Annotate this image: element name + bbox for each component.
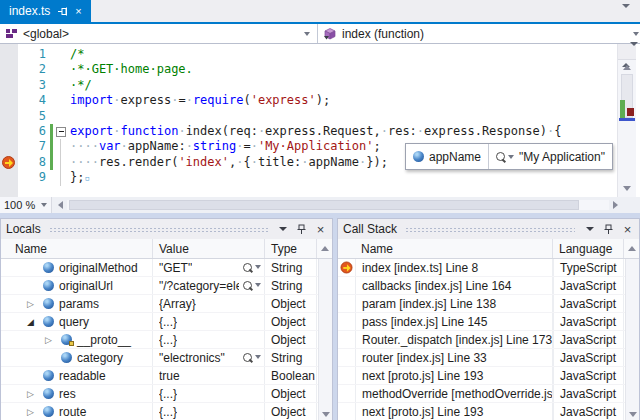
- tab-title: index.ts: [9, 4, 50, 18]
- callstack-row[interactable]: Router._dispatch [index.js] Line 173Java…: [338, 331, 639, 349]
- callstack-vertical-scrollbar[interactable]: [625, 259, 639, 420]
- column-header-name[interactable]: Name: [338, 239, 553, 258]
- scroll-up-arrow-icon[interactable]: [623, 65, 631, 70]
- variable-type: Object: [265, 313, 317, 330]
- variable-orb-icon: [413, 151, 424, 162]
- editor-vertical-scrollbar[interactable]: [617, 44, 636, 197]
- scope-dropdown[interactable]: <global>: [0, 24, 318, 43]
- tab-index-ts[interactable]: index.ts ×: [0, 0, 91, 22]
- scroll-down-arrow-icon[interactable]: [322, 412, 330, 417]
- variable-value-cell: "/?category=electronics": [153, 277, 265, 294]
- variable-value: "/?category=electronics": [159, 279, 239, 293]
- scrollbar-thumb[interactable]: [69, 200, 579, 210]
- callstack-grid[interactable]: index [index.ts] Line 8TypeScriptcallbac…: [338, 259, 639, 420]
- change-bar: [50, 109, 53, 124]
- close-icon[interactable]: ×: [75, 6, 81, 17]
- locals-row[interactable]: route{...}Object: [1, 403, 332, 420]
- expander-icon[interactable]: [27, 407, 43, 417]
- column-header-type[interactable]: Type: [265, 239, 317, 258]
- change-bar: [50, 78, 53, 93]
- scroll-down-arrow-icon[interactable]: [629, 412, 637, 417]
- line-number: 6: [18, 124, 46, 139]
- variable-name: originalUrl: [59, 279, 113, 293]
- close-icon[interactable]: [621, 223, 634, 236]
- code-editor[interactable]: 1/*2·*·GET·home·page.3·*/4import·express…: [0, 44, 640, 197]
- variable-value: {Array}: [159, 297, 196, 311]
- expander-icon[interactable]: [45, 335, 61, 345]
- code-line[interactable]: 3·*/: [0, 78, 618, 93]
- magnifier-icon[interactable]: [496, 152, 514, 161]
- code-line[interactable]: 9};▫: [0, 170, 618, 185]
- column-header-value[interactable]: Value: [153, 239, 265, 258]
- locals-row[interactable]: params{Array}Object: [1, 295, 332, 313]
- expander-icon[interactable]: [27, 317, 43, 327]
- scroll-up-arrow-icon[interactable]: [624, 239, 639, 258]
- frame-name: index [index.ts] Line 8: [356, 259, 553, 276]
- editor-horizontal-scrollbar[interactable]: [67, 200, 609, 210]
- close-icon[interactable]: [314, 223, 327, 236]
- locals-vertical-scrollbar[interactable]: [318, 259, 332, 420]
- scroll-left-arrow-icon[interactable]: [58, 201, 63, 209]
- callstack-row[interactable]: router [index.js] Line 33JavaScript: [338, 349, 639, 367]
- locals-row[interactable]: originalUrl"/?category=electronics"Strin…: [1, 277, 332, 295]
- magnifier-icon[interactable]: [243, 281, 261, 290]
- code-line[interactable]: 4import·express·=·require('express');: [0, 93, 618, 108]
- locals-grid[interactable]: originalMethod"GET"StringoriginalUrl"/?c…: [1, 259, 332, 420]
- fold-collapse-icon[interactable]: [55, 124, 68, 139]
- pin-icon[interactable]: [57, 6, 68, 17]
- method-cube-icon: [324, 28, 336, 40]
- locals-row[interactable]: originalMethod"GET"String: [1, 259, 332, 277]
- window-position-chevron-icon[interactable]: [583, 223, 596, 236]
- variable-name: params: [59, 297, 99, 311]
- split-window-grip[interactable]: [618, 44, 636, 60]
- debugger-datatip[interactable]: appName "My Application": [405, 143, 613, 170]
- frame-margin-cell: [338, 277, 356, 294]
- callstack-row[interactable]: param [index.js] Line 138JavaScript: [338, 295, 639, 313]
- scroll-right-arrow-icon[interactable]: [613, 201, 618, 209]
- variable-name-cell: __proto__: [1, 331, 153, 348]
- code-line[interactable]: 6export·function·index(req:·express.Requ…: [0, 124, 618, 139]
- callstack-row[interactable]: index [index.ts] Line 8TypeScript: [338, 259, 639, 277]
- variable-name-cell: route: [1, 403, 153, 420]
- callstack-title-bar[interactable]: Call Stack: [338, 219, 639, 239]
- callstack-row[interactable]: next [proto.js] Line 193JavaScript: [338, 367, 639, 385]
- callstack-row[interactable]: callbacks [index.js] Line 164JavaScript: [338, 277, 639, 295]
- expander-icon[interactable]: [27, 389, 43, 399]
- variable-name-cell: originalUrl: [1, 277, 153, 294]
- code-text: /*: [70, 47, 84, 62]
- title-drag-texture: [405, 226, 575, 233]
- magnifier-icon[interactable]: [243, 353, 261, 362]
- column-header-name[interactable]: Name: [1, 239, 153, 258]
- window-position-chevron-icon[interactable]: [276, 223, 289, 236]
- locals-panel: Locals Name Value Type originalMethod"GE…: [0, 218, 333, 420]
- locals-row[interactable]: query{...}Object: [1, 313, 332, 331]
- member-dropdown[interactable]: index (function): [318, 24, 640, 43]
- code-line[interactable]: 2·*·GET·home·page.: [0, 62, 618, 77]
- pin-icon[interactable]: [295, 223, 308, 236]
- scroll-up-arrow-icon[interactable]: [317, 239, 332, 258]
- expander-icon[interactable]: [27, 299, 43, 309]
- caret-position-annotation-mark: [619, 118, 635, 121]
- code-line[interactable]: 1/*: [0, 47, 618, 62]
- variable-name-cell: params: [1, 295, 153, 312]
- callstack-row[interactable]: methodOverride [methodOverride.js]JavaSc…: [338, 385, 639, 403]
- callstack-column-headers: Name Language: [338, 239, 639, 259]
- frame-margin-cell: [338, 385, 356, 402]
- locals-row[interactable]: res{...}Object: [1, 385, 332, 403]
- frame-margin-cell: [338, 259, 356, 276]
- editor-zoom-dropdown[interactable]: 100 %: [0, 197, 52, 213]
- pin-icon[interactable]: [602, 223, 615, 236]
- locals-row[interactable]: category"electronics"String: [1, 349, 332, 367]
- current-statement-breakpoint-icon[interactable]: [2, 156, 15, 169]
- locals-row[interactable]: __proto__{...}Object: [1, 331, 332, 349]
- scroll-down-arrow-icon[interactable]: [623, 186, 631, 191]
- callstack-row[interactable]: pass [index.js] Line 145JavaScript: [338, 313, 639, 331]
- locals-title-bar[interactable]: Locals: [1, 219, 332, 239]
- locals-row[interactable]: readabletrueBoolean: [1, 367, 332, 385]
- magnifier-icon[interactable]: [243, 263, 261, 272]
- callstack-row[interactable]: next [proto.js] Line 193JavaScript: [338, 403, 639, 420]
- frame-margin-cell: [338, 295, 356, 312]
- code-line[interactable]: 5: [0, 109, 618, 124]
- column-header-language[interactable]: Language: [553, 239, 624, 258]
- frame-language: JavaScript: [553, 313, 624, 330]
